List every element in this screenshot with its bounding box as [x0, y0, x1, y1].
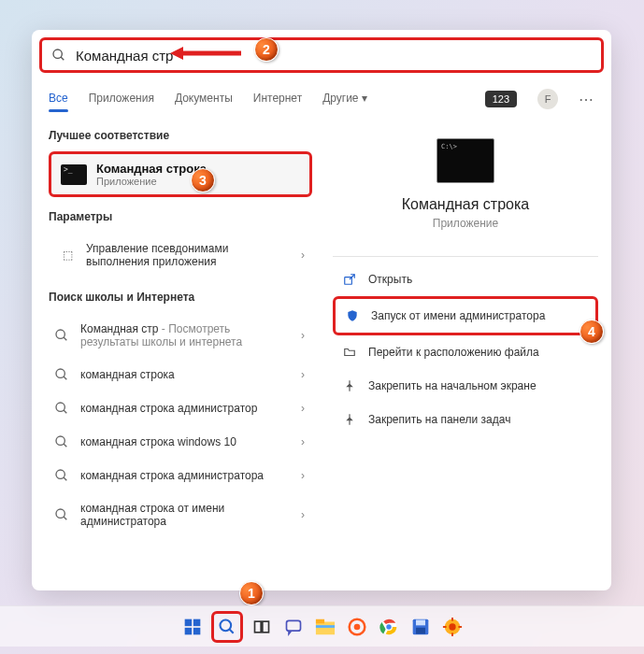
- save-disk-icon[interactable]: [408, 614, 434, 640]
- start-button[interactable]: [179, 614, 206, 640]
- svg-line-1: [61, 57, 64, 60]
- annotation-badge-4: 4: [580, 320, 604, 344]
- svg-point-10: [56, 470, 64, 478]
- action-open[interactable]: Открыть: [333, 263, 598, 296]
- svg-rect-21: [193, 618, 200, 626]
- svg-line-13: [64, 517, 66, 519]
- search-input[interactable]: [76, 48, 592, 64]
- app-icon-orange[interactable]: [344, 614, 370, 640]
- admin-shield-icon: [345, 308, 360, 323]
- tab-internet[interactable]: Интернет: [253, 86, 302, 112]
- web-result-0[interactable]: Командная стр - Посмотреть результаты шк…: [49, 313, 312, 358]
- command-prompt-icon: [61, 164, 87, 185]
- tabs-row: Все Приложения Документы Интернет Другие…: [32, 80, 611, 112]
- chevron-right-icon: ›: [301, 402, 305, 415]
- web-result-label: командная строка windows 10: [80, 435, 236, 448]
- settings-item-label: Управление псевдонимами выполнения прило…: [86, 242, 273, 268]
- chat-icon[interactable]: [280, 614, 307, 640]
- search-icon: [54, 434, 69, 449]
- user-avatar[interactable]: F: [537, 89, 558, 109]
- web-result-4[interactable]: командная строка администратора ›: [49, 459, 312, 492]
- action-label: Закрепить на панели задач: [368, 413, 510, 426]
- chevron-right-icon: ›: [301, 329, 305, 342]
- svg-rect-29: [315, 621, 334, 634]
- file-explorer-icon[interactable]: [312, 614, 338, 640]
- svg-point-24: [220, 619, 231, 631]
- svg-rect-26: [254, 621, 261, 633]
- best-match-item[interactable]: Командная строка Приложение: [49, 151, 312, 197]
- best-match-heading: Лучшее соответствие: [49, 129, 312, 142]
- counter-pill[interactable]: 123: [485, 91, 517, 107]
- chevron-right-icon: ›: [301, 249, 305, 262]
- web-result-label: командная строка администратора: [80, 469, 264, 482]
- web-result-3[interactable]: командная строка windows 10 ›: [49, 425, 312, 459]
- action-pin-taskbar[interactable]: Закрепить на панели задач: [333, 403, 598, 436]
- svg-rect-27: [262, 621, 268, 633]
- action-label: Перейти к расположению файла: [368, 346, 539, 359]
- svg-rect-20: [184, 618, 192, 626]
- tab-documents[interactable]: Документы: [175, 86, 233, 112]
- svg-rect-23: [193, 627, 200, 634]
- preview-panel: Командная строка Приложение Открыть Запу…: [320, 112, 611, 590]
- svg-point-6: [56, 403, 64, 411]
- action-pin-start[interactable]: Закрепить на начальном экране: [333, 369, 598, 403]
- annotation-badge-3: 3: [191, 168, 215, 192]
- divider: [333, 256, 598, 257]
- search-icon: [51, 48, 66, 63]
- svg-rect-31: [315, 625, 334, 628]
- svg-marker-19: [170, 47, 183, 60]
- search-icon: [54, 401, 69, 416]
- svg-line-25: [229, 629, 233, 633]
- tab-all[interactable]: Все: [49, 86, 68, 112]
- web-heading: Поиск школы и Интернета: [49, 291, 312, 304]
- search-icon: [54, 507, 69, 522]
- chrome-icon[interactable]: [376, 614, 402, 640]
- svg-rect-22: [184, 627, 192, 634]
- svg-rect-37: [416, 619, 425, 625]
- app-icon-gear[interactable]: [439, 614, 465, 640]
- settings-icon: ⬚: [58, 246, 77, 264]
- svg-rect-30: [315, 618, 323, 623]
- search-bar[interactable]: [39, 37, 604, 73]
- svg-rect-38: [416, 627, 425, 633]
- search-window: Все Приложения Документы Интернет Другие…: [32, 30, 611, 590]
- chevron-right-icon: ›: [301, 368, 305, 381]
- svg-point-8: [56, 436, 64, 445]
- settings-heading: Параметры: [49, 210, 312, 223]
- svg-rect-28: [286, 620, 300, 631]
- svg-point-0: [53, 50, 62, 58]
- pin-icon: [342, 412, 357, 427]
- web-result-label: командная строка от имени администратора: [80, 502, 286, 528]
- tab-more[interactable]: Другие ▾: [322, 86, 367, 112]
- action-label: Запуск от имени администратора: [371, 309, 545, 322]
- web-result-label: командная строка администратор: [80, 402, 257, 415]
- task-view-button[interactable]: [249, 614, 275, 640]
- svg-line-9: [64, 444, 66, 447]
- folder-icon: [342, 345, 357, 360]
- tab-apps[interactable]: Приложения: [89, 86, 154, 112]
- web-result-1[interactable]: командная строка ›: [49, 358, 312, 391]
- action-run-as-admin[interactable]: Запуск от имени администратора: [333, 296, 598, 335]
- annotation-arrow-icon: [170, 45, 247, 62]
- svg-line-7: [64, 410, 66, 413]
- chevron-right-icon: ›: [301, 469, 305, 482]
- svg-line-5: [64, 377, 66, 379]
- web-result-label: командная строка: [80, 368, 175, 381]
- action-label: Открыть: [368, 273, 412, 286]
- chevron-right-icon: ›: [301, 435, 305, 448]
- search-icon: [54, 367, 69, 382]
- web-result-2[interactable]: командная строка администратор ›: [49, 391, 312, 425]
- taskbar-search-button[interactable]: [211, 611, 243, 643]
- action-label: Закрепить на начальном экране: [368, 379, 537, 392]
- svg-line-11: [64, 477, 66, 480]
- action-open-location[interactable]: Перейти к расположению файла: [333, 335, 598, 369]
- web-result-5[interactable]: командная строка от имени администратора…: [49, 492, 312, 537]
- open-icon: [342, 272, 357, 287]
- settings-item[interactable]: ⬚ Управление псевдонимами выполнения при…: [49, 233, 312, 277]
- svg-point-4: [56, 369, 64, 377]
- search-icon: [54, 328, 69, 343]
- more-icon[interactable]: ⋯: [579, 91, 594, 108]
- preview-title: Командная строка: [402, 196, 530, 213]
- chevron-right-icon: ›: [301, 508, 305, 521]
- svg-point-33: [353, 623, 360, 630]
